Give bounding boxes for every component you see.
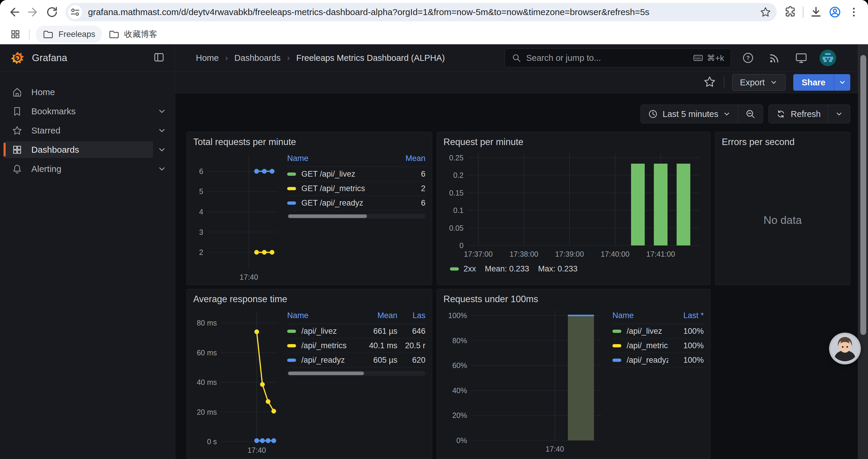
legend-row: /api/_livez 661 µs 646	[287, 324, 426, 338]
legend-header-name[interactable]: Name	[287, 154, 393, 163]
sidebar-item-bookmarks[interactable]: Bookmarks	[4, 103, 153, 120]
average-response-time-chart[interactable]: 80 ms60 ms40 ms20 ms0 s17:40	[191, 306, 282, 457]
breadcrumb-dashboards[interactable]: Dashboards	[234, 53, 280, 63]
sidebar-dashboards-expand[interactable]	[153, 141, 171, 158]
share-label: Share	[802, 78, 826, 88]
bookmark-star-button[interactable]	[758, 4, 773, 20]
dock-menu-button[interactable]	[153, 52, 165, 64]
time-picker-group: Last 5 minutes	[641, 104, 764, 124]
sidebar-bookmarks-expand[interactable]	[153, 103, 171, 120]
series-toggle[interactable]: /api/_metrics	[287, 341, 353, 350]
series-toggle[interactable]: GET /api/_livez	[287, 169, 393, 179]
sidebar-alerting-expand[interactable]	[153, 160, 171, 177]
browser-menu-button[interactable]	[844, 3, 863, 22]
dashboard-controls: Export Share	[175, 72, 868, 93]
series-toggle[interactable]: /api/_readyz	[287, 356, 353, 365]
breadcrumb-home[interactable]: Home	[196, 53, 219, 63]
reload-button[interactable]	[42, 3, 61, 22]
apps-grid-button[interactable]	[7, 26, 24, 42]
sidebar-item-dashboards[interactable]: Dashboards	[4, 141, 153, 158]
svg-text:0: 0	[459, 241, 464, 250]
refresh-button[interactable]: Refresh	[769, 105, 828, 123]
refresh-interval-button[interactable]	[828, 105, 850, 123]
series-toggle[interactable]: GET /api/_metrics	[287, 184, 393, 193]
browser-profile-button[interactable]	[826, 3, 844, 22]
sidebar-item-starred[interactable]: Starred	[4, 122, 153, 139]
svg-text:40 ms: 40 ms	[197, 378, 217, 386]
downloads-button[interactable]	[807, 3, 826, 22]
user-avatar[interactable]	[819, 50, 836, 66]
star-dashboard-button[interactable]	[703, 75, 716, 90]
help-button[interactable]: ?	[740, 50, 756, 66]
display-kiosk-button[interactable]	[793, 50, 809, 66]
series-toggle[interactable]: 2xx	[450, 264, 476, 273]
series-toggle[interactable]: /api/_livez	[613, 327, 668, 336]
legend-header-last[interactable]: Last *	[668, 311, 704, 320]
chevron-down-icon	[157, 126, 166, 135]
refresh-label: Refresh	[790, 109, 821, 119]
back-icon	[8, 6, 21, 19]
legend-header-last[interactable]: Las	[397, 311, 426, 320]
dock-panel-icon	[153, 52, 165, 63]
time-range-picker[interactable]: Last 5 minutes	[641, 105, 738, 123]
series-color-pill	[287, 201, 296, 205]
series-toggle[interactable]: /api/_livez	[287, 327, 353, 336]
legend-horizontal-scrollbar[interactable]	[287, 371, 426, 376]
sidebar-item-alerting[interactable]: Alerting	[4, 160, 153, 177]
svg-text:17:39:00: 17:39:00	[555, 250, 584, 258]
scrollbar-thumb[interactable]	[860, 55, 866, 335]
export-button[interactable]: Export	[732, 74, 786, 91]
time-range-label: Last 5 minutes	[663, 109, 718, 119]
series-toggle[interactable]: /api/_metrics	[613, 341, 668, 350]
search-input[interactable]: ⌘+k	[505, 48, 731, 67]
chevron-down-icon	[157, 145, 166, 154]
search-field[interactable]	[526, 53, 688, 63]
user-avatar-icon	[819, 50, 836, 66]
series-toggle[interactable]: GET /api/_readyz	[287, 198, 393, 208]
chevron-down-icon	[835, 110, 843, 118]
request-per-minute-chart[interactable]: 00.050.10.150.20.2517:37:0017:38:0017:39…	[442, 149, 706, 262]
svg-text:0.25: 0.25	[449, 154, 464, 162]
bookmark-folder-blogs[interactable]: 收藏博客	[102, 26, 164, 43]
sidebar-item-label: Alerting	[31, 164, 61, 174]
extensions-button[interactable]	[781, 3, 800, 22]
forward-button[interactable]	[24, 3, 42, 22]
requests-under-100ms-chart[interactable]: 100%80%60%40%20%0%17:40	[442, 306, 607, 457]
share-button[interactable]: Share	[793, 74, 834, 91]
legend-header-name[interactable]: Name	[613, 311, 668, 320]
svg-text:80 ms: 80 ms	[197, 319, 217, 327]
back-button[interactable]	[5, 3, 24, 22]
legend-header-mean[interactable]: Mean	[393, 154, 426, 163]
site-info-button[interactable]	[68, 5, 82, 19]
chevron-down-icon	[770, 78, 778, 86]
share-dropdown-button[interactable]	[834, 74, 850, 91]
floating-assistant-avatar[interactable]	[829, 333, 861, 364]
time-controls: Last 5 minutes Refresh	[641, 104, 850, 124]
refresh-icon	[776, 109, 786, 119]
series-name: 2xx	[464, 264, 476, 273]
grafana-app: Grafana Home Bookmarks	[0, 44, 868, 459]
address-bar[interactable]: grafana.mathmast.com/d/deytv4rwavabkb/fr…	[66, 3, 777, 21]
svg-text:2: 2	[199, 248, 203, 256]
page-scrollbar[interactable]	[858, 44, 868, 459]
search-icon	[512, 53, 522, 63]
legend-header-mean[interactable]: Mean	[353, 311, 397, 320]
legend-header-name[interactable]: Name	[287, 311, 353, 320]
sidebar-starred-expand[interactable]	[153, 122, 171, 139]
svg-text:17:37:00: 17:37:00	[464, 250, 493, 258]
svg-text:6: 6	[199, 167, 203, 175]
legend-horizontal-scrollbar[interactable]	[287, 214, 426, 219]
svg-text:20%: 20%	[452, 411, 467, 419]
browser-window: grafana.mathmast.com/d/deytv4rwavabkb/fr…	[0, 0, 868, 459]
bookmark-label: 收藏博客	[124, 29, 157, 40]
series-color-pill	[287, 187, 296, 190]
breadcrumb-current: Freeleaps Metrics Dashboard (ALPHA)	[296, 53, 445, 63]
series-toggle[interactable]: /api/_readyz	[613, 356, 668, 365]
bookmark-folder-freeleaps[interactable]: Freeleaps	[36, 26, 102, 43]
sidebar-item-home[interactable]: Home	[4, 84, 153, 100]
svg-text:17:40: 17:40	[248, 446, 266, 454]
total-requests-chart[interactable]: 6543217:40	[191, 149, 282, 282]
zoom-out-button[interactable]	[738, 105, 763, 123]
profile-icon	[828, 5, 842, 19]
news-rss-button[interactable]	[766, 50, 783, 66]
